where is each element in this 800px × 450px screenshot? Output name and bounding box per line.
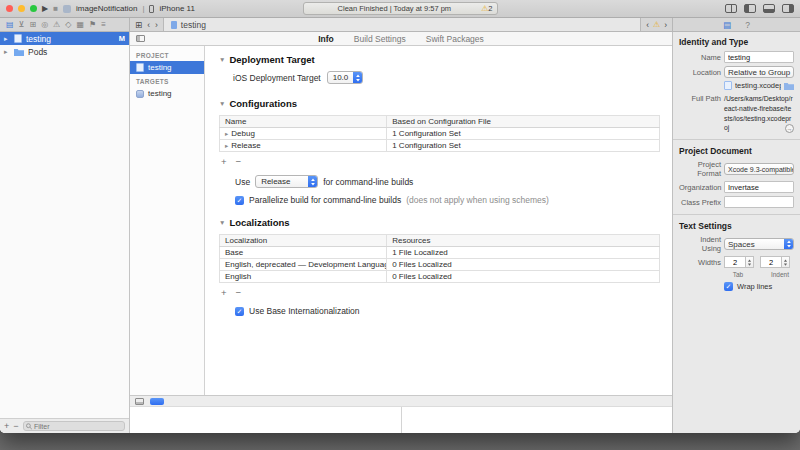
- search-icon[interactable]: ◎: [41, 20, 48, 29]
- debug-layout-icon[interactable]: [135, 398, 144, 405]
- full-path-value: /Users/kams/Desktop/react-native-firebas…: [724, 95, 793, 131]
- location-popup[interactable]: Relative to Group: [724, 66, 794, 78]
- inspector-toggle-icon[interactable]: [782, 4, 794, 13]
- issue-warning-icon[interactable]: ⚠: [653, 20, 660, 29]
- stop-button[interactable]: ■: [53, 5, 58, 13]
- activity-viewer[interactable]: Clean Finished | Today at 9:57 pm ⚠ 2: [303, 2, 498, 15]
- run-button[interactable]: ▶: [42, 5, 48, 13]
- localization-row-base[interactable]: Base 1 File Localized: [220, 247, 660, 259]
- tab-width-stepper[interactable]: [724, 256, 754, 268]
- debug-gauge-icon[interactable]: ▦: [76, 20, 84, 29]
- tab-width-field[interactable]: [724, 256, 746, 268]
- quick-help-icon[interactable]: ?: [745, 20, 750, 30]
- section-deployment-target[interactable]: ▼ Deployment Target: [219, 54, 660, 65]
- disclosure-icon[interactable]: ▸: [4, 48, 10, 56]
- reports-icon[interactable]: ≡: [101, 20, 106, 29]
- full-path-label: Full Path: [679, 94, 721, 103]
- navigator-item-testing[interactable]: ▸ testing M: [0, 32, 129, 45]
- project-format-popup[interactable]: Xcode 9.3-compatible: [724, 163, 794, 175]
- minimize-window-button[interactable]: [18, 5, 25, 12]
- project-document-header: Project Document: [679, 146, 794, 156]
- indent-width-field[interactable]: [760, 256, 782, 268]
- config-row-debug[interactable]: ▸Debug 1 Configuration Set: [220, 128, 660, 140]
- tab-overview-icon[interactable]: ⊞: [135, 20, 142, 30]
- choose-location-folder-icon[interactable]: [784, 82, 794, 90]
- project-file-icon: [136, 63, 144, 72]
- popup-value: Relative to Group: [725, 67, 793, 77]
- device-selector[interactable]: iPhone 11: [159, 4, 194, 13]
- stepper-arrows-icon[interactable]: [782, 256, 790, 268]
- project-navigator-icon[interactable]: ▤: [6, 20, 14, 29]
- add-editor-icon[interactable]: [725, 4, 737, 13]
- remove-configuration-button[interactable]: −: [236, 156, 242, 167]
- zoom-window-button[interactable]: [30, 5, 37, 12]
- ios-deployment-target-popup[interactable]: 10.0: [327, 71, 364, 84]
- issues-icon[interactable]: ⚠: [53, 20, 60, 29]
- stepper-arrows-icon[interactable]: [746, 256, 754, 268]
- navigator-panel: ▸ testing M ▸ Pods + −: [0, 32, 130, 433]
- debug-area-toggle-icon[interactable]: [763, 4, 775, 13]
- tab-info[interactable]: Info: [318, 34, 334, 44]
- tab-swift-packages[interactable]: Swift Packages: [426, 34, 484, 44]
- disclosure-icon[interactable]: ▸: [4, 35, 10, 43]
- localization-row-english[interactable]: English 0 Files Localized: [220, 271, 660, 283]
- breakpoints-icon[interactable]: ⚑: [89, 20, 96, 29]
- warning-count[interactable]: 2: [488, 4, 492, 13]
- source-control-badge: M: [119, 34, 125, 43]
- project-editor-tabs: Info Build Settings Swift Packages: [130, 34, 672, 44]
- indent-width-stepper[interactable]: [760, 256, 790, 268]
- add-localization-button[interactable]: +: [221, 287, 227, 298]
- debug-view-toggle[interactable]: [150, 398, 164, 405]
- indent-using-popup[interactable]: Spaces: [724, 238, 794, 250]
- navigator-item-pods[interactable]: ▸ Pods: [0, 45, 129, 58]
- variables-view[interactable]: [130, 407, 402, 433]
- command-line-config-popup[interactable]: Release: [255, 175, 318, 188]
- remove-localization-button[interactable]: −: [236, 287, 242, 298]
- navigator-toggle-icon[interactable]: [744, 4, 756, 13]
- editor-tab-testing[interactable]: testing: [163, 18, 641, 31]
- forward-button[interactable]: ›: [155, 20, 158, 30]
- add-configuration-button[interactable]: +: [221, 156, 227, 167]
- section-localizations[interactable]: ▼ Localizations: [219, 217, 660, 228]
- organization-field[interactable]: [724, 181, 794, 193]
- parallelize-note: (does not apply when using schemes): [406, 195, 549, 205]
- remove-item-button[interactable]: −: [13, 421, 18, 431]
- section-title: Deployment Target: [229, 54, 314, 65]
- section-configurations[interactable]: ▼ Configurations: [219, 98, 660, 109]
- filter-field[interactable]: [23, 421, 125, 431]
- target-item-testing[interactable]: testing: [130, 87, 204, 100]
- configurations-table: Name Based on Configuration File ▸Debug …: [219, 115, 660, 152]
- localization-row-english-deprecated[interactable]: English, deprecated — Development Langua…: [220, 259, 660, 271]
- config-row-release[interactable]: ▸Release 1 Configuration Set: [220, 140, 660, 152]
- symbols-icon[interactable]: ⊞: [29, 20, 36, 29]
- add-item-button[interactable]: +: [4, 421, 9, 431]
- scheme-icon: [63, 5, 71, 13]
- scheme-selector[interactable]: imageNotification: [76, 4, 137, 13]
- target-item-label: testing: [148, 89, 172, 98]
- class-prefix-field[interactable]: [724, 196, 794, 208]
- project-item-testing[interactable]: testing: [130, 61, 204, 74]
- previous-issue-button[interactable]: ‹: [646, 20, 649, 30]
- popup-value: Spaces: [725, 239, 784, 249]
- back-button[interactable]: ‹: [147, 20, 150, 30]
- project-item-label: testing: [148, 63, 172, 72]
- disclosure-icon[interactable]: ▸: [225, 142, 228, 149]
- wrap-lines-checkbox[interactable]: ✓: [724, 282, 733, 291]
- next-issue-button[interactable]: ›: [664, 20, 667, 30]
- base-internationalization-checkbox[interactable]: ✓: [235, 307, 244, 316]
- console-view[interactable]: [402, 407, 673, 433]
- tests-icon[interactable]: ◇: [65, 20, 71, 29]
- parallelize-checkbox[interactable]: ✓: [235, 196, 244, 205]
- subbar: ▤ ⊻ ⊞ ◎ ⚠ ◇ ▦ ⚑ ≡ ⊞ ‹ › testing ‹ ⚠ › ▤: [0, 18, 800, 32]
- filter-input[interactable]: [34, 423, 122, 430]
- file-inspector-icon[interactable]: ▤: [723, 20, 731, 30]
- close-window-button[interactable]: [6, 5, 13, 12]
- use-label: Use: [235, 177, 250, 187]
- reveal-in-finder-arrow-icon[interactable]: →: [785, 124, 794, 133]
- popup-arrows-icon: [308, 176, 317, 187]
- source-control-icon[interactable]: ⊻: [19, 20, 25, 29]
- disclosure-icon[interactable]: ▸: [225, 130, 228, 137]
- name-field[interactable]: [724, 51, 794, 63]
- ios-deployment-target-label: iOS Deployment Target: [233, 73, 321, 83]
- tab-build-settings[interactable]: Build Settings: [354, 34, 406, 44]
